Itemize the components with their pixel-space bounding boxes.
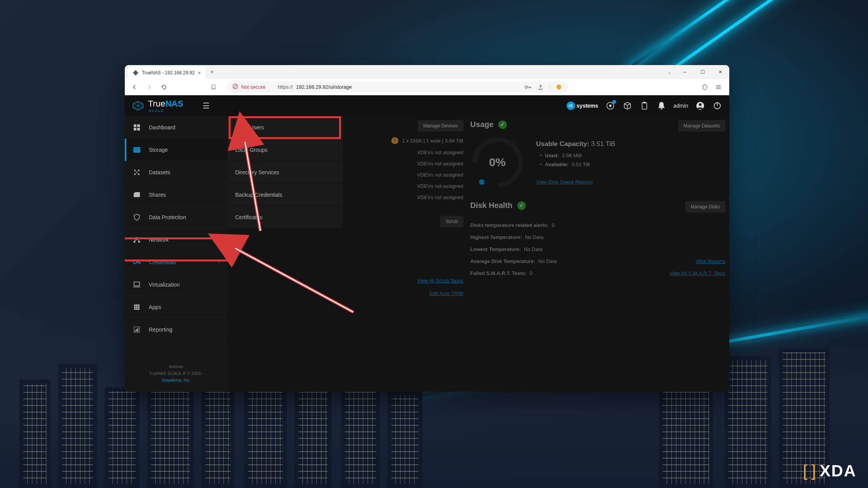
brave-shield-icon[interactable] — [555, 83, 563, 91]
clipboard-icon[interactable] — [639, 101, 649, 111]
url-scheme: https:// — [278, 84, 293, 90]
maximize-button[interactable]: ☐ — [694, 65, 711, 79]
svg-point-15 — [699, 103, 702, 106]
sidebar-item-storage[interactable]: Storage — [125, 139, 227, 161]
sidebar-item-dashboard[interactable]: Dashboard — [125, 116, 227, 139]
sidebar-item-virtualization[interactable]: Virtualization — [125, 273, 227, 296]
new-tab-button[interactable]: + — [206, 65, 219, 79]
chevron-right-icon: › — [219, 260, 220, 264]
apps-icon — [133, 303, 141, 311]
svg-rect-12 — [642, 103, 647, 109]
check-icon: ✓ — [498, 120, 507, 129]
svg-rect-24 — [133, 151, 140, 153]
svg-rect-19 — [137, 124, 140, 127]
credentials-submenu: Local Users Local Groups Directory Servi… — [227, 116, 343, 229]
datasets-icon — [133, 168, 141, 177]
submenu-backup-credentials[interactable]: Backup Credentials — [227, 184, 343, 206]
sidebar-item-apps[interactable]: Apps — [125, 296, 227, 318]
cube-icon[interactable] — [622, 101, 632, 111]
svg-rect-18 — [134, 124, 136, 127]
sidebar-item-credentials[interactable]: Credentials› — [125, 251, 227, 273]
hamburger-menu-icon[interactable]: ☰ — [203, 101, 210, 110]
reload-button[interactable] — [158, 81, 170, 93]
submenu-directory-services[interactable]: Directory Services — [227, 161, 343, 184]
tab-title: TrueNAS - 192.168.29.92 — [142, 70, 195, 76]
svg-rect-42 — [134, 304, 136, 306]
ixsystems-logo[interactable]: iX systems — [567, 101, 598, 111]
url-path: 192.168.29.92/ui/storage — [296, 84, 352, 90]
address-bar: Not secure https://192.168.29.92/ui/stor… — [125, 79, 729, 95]
manage-disks-button[interactable]: Manage Disks — [685, 201, 725, 213]
svg-rect-48 — [134, 308, 136, 310]
laptop-icon — [133, 280, 141, 289]
storage-icon — [133, 146, 141, 154]
shares-icon — [133, 191, 141, 199]
truenas-logo-icon — [132, 100, 144, 111]
minimize-button[interactable]: ─ — [676, 65, 694, 79]
truenas-logo[interactable]: TrueNAS SCALE — [132, 99, 183, 113]
svg-point-3 — [525, 86, 527, 88]
svg-rect-49 — [136, 308, 138, 310]
sidebar-item-datasets[interactable]: Datasets — [125, 161, 227, 184]
svg-rect-46 — [136, 306, 138, 308]
shield-icon — [133, 213, 141, 222]
warning-icon: ! — [391, 137, 398, 144]
browser-tab[interactable]: TrueNAS - 192.168.29.92 × — [128, 67, 206, 79]
svg-rect-52 — [135, 330, 136, 332]
svg-rect-44 — [138, 304, 140, 306]
submenu-local-users[interactable]: Local Users — [227, 116, 343, 139]
check-icon: ✓ — [517, 201, 526, 210]
extensions-icon[interactable] — [701, 83, 709, 91]
view-smart-link[interactable]: View All S.M.A.R.T. Tests — [669, 270, 725, 276]
power-icon[interactable] — [712, 101, 722, 111]
svg-rect-22 — [133, 147, 140, 149]
svg-point-11 — [609, 105, 611, 107]
svg-line-2 — [234, 85, 237, 88]
svg-rect-43 — [136, 304, 138, 306]
sidebar-item-data-protection[interactable]: Data Protection — [125, 206, 227, 229]
submenu-local-groups[interactable]: Local Groups — [227, 139, 343, 161]
edit-auto-trim-link[interactable]: Edit Auto TRIM — [429, 290, 463, 296]
view-scrub-tasks-link[interactable]: View All Scrub Tasks — [417, 278, 463, 284]
svg-rect-54 — [138, 328, 138, 332]
svg-rect-47 — [138, 306, 140, 308]
close-tab-icon[interactable]: × — [198, 70, 201, 76]
bell-icon[interactable] — [656, 101, 666, 111]
truenas-app: TrueNAS SCALE ☰ iX systems admin Dash — [125, 95, 729, 392]
reporting-icon — [133, 325, 141, 334]
tab-dropdown-icon[interactable]: ⌄ — [663, 65, 676, 79]
svg-rect-23 — [133, 149, 140, 151]
user-icon[interactable] — [695, 101, 705, 111]
sidebar-item-network[interactable]: Network — [125, 229, 227, 251]
sidebar-item-reporting[interactable]: Reporting — [125, 318, 227, 341]
view-disk-space-link[interactable]: View Disk Space Reports — [536, 179, 593, 185]
usage-gauge: 0% — [470, 135, 525, 189]
status-icon[interactable] — [605, 101, 615, 111]
username-label: admin — [673, 103, 688, 109]
ix-logo-icon: iX — [567, 101, 575, 110]
right-panel: Usage✓ Manage Datasets 0% Usable Capacit… — [470, 120, 725, 388]
truenas-favicon-icon — [133, 70, 139, 76]
close-window-button[interactable]: ✕ — [711, 65, 729, 79]
manage-datasets-button[interactable]: Manage Datasets — [678, 120, 725, 132]
svg-line-35 — [137, 239, 139, 241]
manage-devices-button[interactable]: Manage Devices — [418, 120, 463, 132]
url-input[interactable]: Not secure https://192.168.29.92/ui/stor… — [227, 81, 568, 93]
menu-icon[interactable] — [715, 83, 722, 91]
bookmark-icon[interactable] — [208, 81, 219, 93]
sidebar-item-shares[interactable]: Shares — [125, 184, 227, 206]
browser-window: TrueNAS - 192.168.29.92 × + ⌄ ─ ☐ ✕ Not … — [125, 65, 729, 392]
forward-button[interactable] — [143, 81, 155, 93]
svg-rect-21 — [137, 128, 140, 131]
view-reports-link[interactable]: View Reports — [696, 258, 725, 264]
svg-rect-13 — [643, 102, 646, 103]
back-button[interactable] — [129, 81, 140, 93]
scrub-button[interactable]: Scrub — [440, 216, 463, 227]
svg-rect-45 — [134, 306, 136, 308]
share-icon[interactable] — [537, 83, 544, 91]
submenu-certificates[interactable]: Certificates — [227, 206, 343, 229]
not-secure-label: Not secure — [241, 84, 265, 90]
svg-rect-53 — [136, 329, 137, 332]
key-icon[interactable] — [524, 83, 532, 91]
svg-rect-40 — [134, 282, 140, 286]
